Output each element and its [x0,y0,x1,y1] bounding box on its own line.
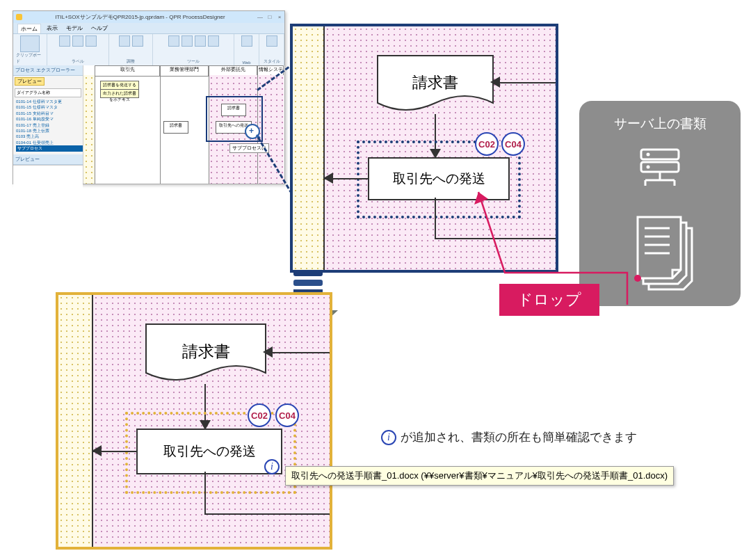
arrowhead-icon [263,346,273,358]
flow-line [204,472,206,515]
svg-rect-0 [293,270,323,276]
tab-home[interactable]: ホーム [17,24,41,33]
ribbon-group-style: スタイル [264,58,280,65]
preview-header: プレビュー [13,154,83,165]
ribbon-tabs[interactable]: ホーム 表示 モデル ヘルプ [13,23,284,34]
ribbon-group-tools: ツール [187,58,200,65]
web-icon[interactable] [241,35,252,47]
ribbon-group-web: Web [242,61,250,65]
label-icon[interactable] [59,35,70,47]
tree-item[interactable]: 0101-18 売上伝票 [16,128,83,134]
tree-item[interactable]: 0101-15 支給科目マ [16,111,83,116]
linked-document-tooltip: 取引先への発送手順書_01.docx (¥¥server¥書類¥マニュアル¥取引… [285,466,674,486]
svg-point-5 [647,166,650,169]
tree-item[interactable]: 0104-01 仕受領売上 [16,140,83,145]
arrowhead-icon [92,445,102,456]
documents-icon[interactable] [625,211,709,295]
titlebar: ITIL+SOXサンプルデモQPR2015-jp.qprdam - QPR Pr… [13,11,284,23]
tab-view[interactable]: 表示 [44,24,60,33]
svg-point-14 [634,275,641,282]
tree-item[interactable]: 0101-14 仕様科マスタ更 [16,99,83,104]
mini-invoice[interactable]: 請求書 [163,121,188,134]
paste-icon[interactable] [20,35,40,52]
control-badge-c04[interactable]: C04 [501,132,525,156]
script-icon[interactable] [195,35,206,47]
user-rights-icon[interactable] [168,35,179,47]
selection-marquee [125,412,296,494]
control-badge-c02[interactable]: C02 [248,403,271,427]
arrowhead-icon [323,173,333,184]
tree-item[interactable]: 0101-17 売上登録 [16,122,83,128]
arrowhead-icon [490,77,500,88]
flow-line [435,198,436,239]
tree-item[interactable]: 0101-15 仕様科マスタ [16,104,83,110]
drop-label: ドロップ [499,284,599,316]
ribbon: クリップボード ラベル 調整 ツール Web スタイル [13,34,284,67]
sort-icon[interactable] [181,35,193,47]
preview-pane [13,165,83,207]
note: 出力された請求書をホチキス [100,89,139,98]
svg-point-4 [647,153,650,157]
info-icon: i [381,430,396,445]
caption-text: が追加され、書類の所在も簡単確認できます [401,429,637,445]
tree-item-selected[interactable]: サブプロセス [16,145,83,151]
diagram-combo[interactable]: ダイアグラム名称 [15,88,81,97]
control-badge-c04[interactable]: C04 [275,403,299,427]
control-badge-c02[interactable]: C02 [475,132,499,156]
sidebar-header: プロセス エクスプローラー [13,65,83,76]
tab-help[interactable]: ヘルプ [88,24,111,33]
window-buttons[interactable]: —□× [255,11,284,23]
ribbon-group-label: ラベル [72,58,84,65]
window-title: ITIL+SOXサンプルデモQPR2015-jp.qprdam - QPR Pr… [25,11,255,23]
preview-toggle[interactable]: プレビュー [15,77,45,86]
flow-line [204,513,330,515]
explanation-caption: i が追加され、書類の所在も簡単確認できます [381,429,637,445]
wizard-icon[interactable] [208,35,219,47]
document-label: 請求書 [376,72,494,93]
server-title: サーバ上の書類 [579,115,741,133]
tree-item[interactable]: 0103 売上高 [16,134,83,139]
style-icon[interactable] [266,35,277,47]
ribbon-group-adjust: 調整 [127,58,135,65]
flow-line [266,352,330,353]
server-icon [636,147,684,189]
app-screenshot-thumb: ITIL+SOXサンプルデモQPR2015-jp.qprdam - QPR Pr… [13,10,285,184]
zoom-panel-after: 請求書 取引先への発送 C02 C04 i [56,292,332,550]
flow-line [493,82,556,83]
svg-rect-1 [293,280,323,286]
diagram-canvas[interactable]: 取引先 業務管理部門 外部委託先 情報システム 請求書を発送する 出力された請求… [83,65,284,184]
info-icon[interactable]: i [264,459,280,474]
tab-model[interactable]: モデル [63,24,86,33]
ribbon-group-clipboard: クリップボード [16,52,44,65]
diagram-tree[interactable]: 0101-14 仕様科マスタ更 0101-15 仕様科マスタ 0101-15 支… [13,99,83,152]
app-icon [16,14,22,20]
document-label: 請求書 [145,341,267,362]
sidebar: プロセス エクスプローラー プレビュー ダイアグラム名称 0101-14 仕様科… [13,65,83,184]
tree-item[interactable]: 0101-16 単純授受マ [16,116,83,122]
